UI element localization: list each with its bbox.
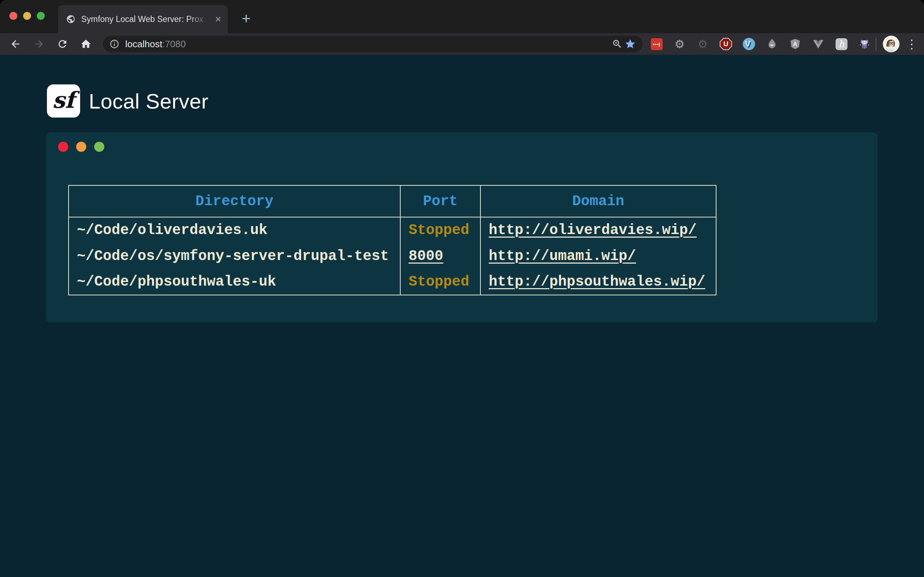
reload-button[interactable] (56, 37, 69, 50)
server-card: Directory Port Domain ~/Code/oliverdavie… (46, 132, 877, 322)
card-traffic-dots (58, 142, 104, 152)
symfony-logo: sf (47, 84, 80, 118)
window-fullscreen-button[interactable] (37, 12, 45, 20)
directory-cell: ~/Code/phpsouthwales-uk (69, 269, 400, 295)
page-title: Local Server (89, 89, 208, 113)
blue-v-extension-icon[interactable]: VV (743, 38, 755, 50)
port-link[interactable]: 8000 (409, 248, 443, 264)
vue-extension-icon[interactable] (812, 38, 824, 50)
globe-favicon-icon (66, 15, 76, 24)
angular-extension-icon[interactable]: A (789, 38, 801, 50)
url-text: localhost:7080 (125, 39, 611, 50)
page-content: sf Local Server Directory Port Domain (0, 55, 924, 577)
window-close-button[interactable] (10, 12, 17, 20)
lastpass-extension-icon[interactable]: •••| (650, 38, 663, 50)
table-row: ~/Code/os/symfony-server-drupal-test 800… (69, 243, 716, 269)
tab-title: Symfony Local Web Server: Prox (81, 15, 211, 24)
forward-button[interactable] (32, 37, 45, 50)
drupal-extension-icon[interactable] (766, 38, 778, 50)
back-button[interactable] (9, 37, 22, 50)
header-domain: Domain (480, 185, 716, 217)
table-row: ~/Code/oliverdavies.uk Stopped http://ol… (69, 217, 716, 243)
domain-link[interactable]: http://umami.wip/ (489, 248, 636, 264)
svg-text:A: A (793, 41, 797, 48)
ublock-extension-icon[interactable]: U (720, 38, 732, 50)
address-bar[interactable]: localhost:7080 (103, 36, 643, 52)
browser-window: Symfony Local Web Server: Prox × + local… (0, 0, 924, 577)
table-header-row: Directory Port Domain (69, 185, 716, 217)
domain-link[interactable]: http://phpsouthwales.wip/ (489, 274, 705, 290)
domain-link[interactable]: http://oliverdavies.wip/ (489, 222, 696, 239)
zoom-indicator-icon[interactable] (611, 37, 624, 50)
window-controls (10, 12, 45, 20)
card-orange-dot (76, 142, 86, 152)
url-host: localhost (125, 39, 162, 49)
site-info-icon[interactable] (109, 39, 120, 49)
port-status: Stopped (400, 217, 480, 243)
directory-cell: ~/Code/oliverdavies.uk (69, 217, 400, 243)
window-minimize-button[interactable] (23, 12, 31, 20)
profile-avatar[interactable] (883, 36, 900, 52)
brand-header: sf Local Server (0, 55, 924, 118)
port-status: Stopped (400, 269, 480, 295)
card-red-dot (58, 142, 68, 152)
toolbar-divider (876, 37, 876, 51)
card-green-dot (94, 142, 104, 152)
tab-strip: Symfony Local Web Server: Prox × + (0, 0, 924, 33)
browser-toolbar: localhost:7080 •••| ⚙ ⚙ U VV (0, 33, 924, 55)
extensions-bar: •••| ⚙ ⚙ U VV A h (650, 38, 871, 50)
header-port: Port (400, 185, 480, 217)
tab-close-icon[interactable]: × (215, 14, 221, 24)
new-tab-button[interactable]: + (238, 11, 254, 27)
gear-extension-icon[interactable]: ⚙ (674, 38, 686, 50)
bookmark-star-icon[interactable] (624, 37, 637, 50)
honey-extension-icon[interactable]: h (835, 38, 848, 50)
table-row: ~/Code/phpsouthwales-uk Stopped http://p… (69, 269, 716, 295)
browser-tab[interactable]: Symfony Local Web Server: Prox × (58, 5, 228, 33)
url-port: :7080 (162, 39, 186, 49)
servers-table: Directory Port Domain ~/Code/oliverdavie… (68, 185, 716, 295)
home-button[interactable] (79, 37, 92, 50)
directory-cell: ~/Code/os/symfony-server-drupal-test (69, 243, 400, 269)
github-octocat-extension-icon[interactable] (858, 38, 871, 50)
header-directory: Directory (69, 185, 400, 217)
browser-menu-icon[interactable]: ⋮ (905, 37, 918, 50)
gear-disabled-extension-icon[interactable]: ⚙ (696, 38, 709, 50)
